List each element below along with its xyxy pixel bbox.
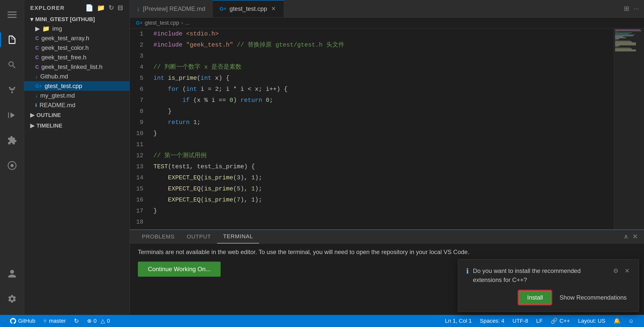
eol-label: LF <box>536 318 543 324</box>
activity-bar-menu[interactable] <box>0 3 24 27</box>
run-debug-icon <box>7 110 17 120</box>
sidebar-item-readme-md[interactable]: ℹ README.md <box>24 100 130 110</box>
c-icon: C <box>35 55 39 60</box>
code-line-12: // 第一个测试用例 <box>153 150 608 161</box>
status-bell[interactable]: 🔔 <box>610 315 624 327</box>
language-label: C++ <box>559 318 570 324</box>
breadcrumb-separator: › <box>181 20 183 26</box>
mini-line <box>615 36 623 37</box>
code-area[interactable]: #include <stdio.h> #include "geek_test.h… <box>147 28 614 229</box>
breadcrumb-path[interactable]: ... <box>185 20 190 26</box>
new-file-button[interactable]: 📄 <box>85 4 94 12</box>
code-line-16: EXPECT_EQ(is_prime(7), 1); <box>153 194 608 206</box>
code-line-14: EXPECT_EQ(is_prime(3), 1); <box>153 172 608 183</box>
activity-bar-explorer[interactable] <box>0 28 24 52</box>
chevron-right-icon: ▶ <box>30 112 34 118</box>
svg-rect-7 <box>8 112 9 118</box>
sidebar-item-github-md[interactable]: ↓ Github.md <box>24 72 130 81</box>
panel-tab-terminal[interactable]: TERMINAL <box>217 230 259 243</box>
mini-line <box>615 30 641 31</box>
sidebar-timeline-section[interactable]: ▶ TIMELINE <box>24 120 130 131</box>
activity-bar-search[interactable] <box>0 53 24 77</box>
status-spaces[interactable]: Spaces: 4 <box>476 315 508 327</box>
md-icon: ↓ <box>35 74 38 79</box>
panel-tab-output[interactable]: OUTPUT <box>181 230 217 243</box>
status-branch[interactable]: ⑂ master <box>39 315 70 327</box>
sidebar-root-folder[interactable]: ▾ MINI_GTEST [GITHUB] <box>24 15 130 24</box>
code-line-1: #include <stdio.h> <box>153 28 608 39</box>
sidebar-item-geek-test-free[interactable]: C geek_test_free.h <box>24 53 130 62</box>
sidebar-item-my-gtest-md[interactable]: ↓ my_gtest.md <box>24 91 130 100</box>
new-folder-button[interactable]: 📁 <box>97 4 105 12</box>
branch-label: master <box>49 318 66 324</box>
code-line-13: TEST(test1, test_is_prime) { <box>153 161 608 172</box>
panel-tabs: PROBLEMS OUTPUT TERMINAL ∧ ✕ <box>130 230 644 243</box>
tab-close-button[interactable]: ✕ <box>270 5 277 13</box>
sidebar-item-geek-test-array[interactable]: C geek_test_array.h <box>24 33 130 43</box>
install-button[interactable]: Install <box>518 291 551 305</box>
panel-maximize-button[interactable]: ∧ <box>624 233 628 240</box>
status-errors[interactable]: ⊗ 0 △ 0 <box>83 315 114 327</box>
sidebar: Explorer 📄 📁 ↻ ⊟ ▾ MINI_GTEST [GITHUB] ▶ <box>24 0 130 315</box>
c-icon: C <box>35 35 39 41</box>
notification-gear-button[interactable]: ⚙ <box>612 266 620 275</box>
activity-bar-remote[interactable] <box>0 153 24 178</box>
sidebar-item-gtest-cpp[interactable]: G+ gtest_test.cpp <box>24 81 130 91</box>
status-encoding[interactable]: UTF-8 <box>508 315 532 327</box>
status-github[interactable]: GitHub <box>6 315 39 327</box>
show-recommendations-button[interactable]: Show Recommendations <box>555 291 631 304</box>
notification-close-button[interactable]: ✕ <box>624 266 631 275</box>
code-line-19: // 第二个测试用例 <box>153 228 608 229</box>
tab-icon: G+ <box>220 6 226 12</box>
encoding-label: UTF-8 <box>512 318 528 324</box>
svg-point-5 <box>14 87 15 88</box>
timeline-label: TIMELINE <box>36 122 62 129</box>
activity-bar-run[interactable] <box>0 103 24 127</box>
panel-tab-terminal-label: TERMINAL <box>223 233 253 240</box>
breadcrumb-filename[interactable]: gtest_test.cpp <box>145 20 179 26</box>
code-line-8: } <box>153 106 608 117</box>
sidebar-outline-section[interactable]: ▶ OUTLINE <box>24 110 130 120</box>
activity-bar-settings[interactable] <box>0 287 24 311</box>
activity-bar-extensions[interactable] <box>0 128 24 152</box>
code-line-6: for (int i = 2; i * i < x; i++) { <box>153 84 608 95</box>
activity-bar-bottom <box>0 262 24 315</box>
refresh-button[interactable]: ↻ <box>108 4 114 12</box>
activity-bar-source-control[interactable] <box>0 78 24 102</box>
svg-point-4 <box>9 87 10 88</box>
status-eol[interactable]: LF <box>532 315 547 327</box>
continue-working-button[interactable]: Continue Working On... <box>138 262 221 277</box>
mini-line <box>615 37 626 38</box>
info-icon: ℹ <box>35 102 37 108</box>
sidebar-item-img[interactable]: ▶ 📁 img <box>24 24 130 33</box>
mini-line <box>615 31 618 32</box>
status-layout[interactable]: Layout: US <box>574 315 610 327</box>
status-language[interactable]: 🔗 C++ <box>547 315 574 327</box>
sidebar-item-geek-test-linked-list[interactable]: C geek_test_linked_list.h <box>24 62 130 72</box>
code-line-11 <box>153 139 608 150</box>
panel-close-button[interactable]: ✕ <box>632 233 638 240</box>
activity-bar <box>0 0 24 315</box>
mini-line <box>615 50 636 50</box>
tab-gtest-cpp[interactable]: G+ gtest_test.cpp ✕ <box>213 0 284 17</box>
editor-content[interactable]: 1 2 3 4 5 6 7 8 9 10 11 12 13 14 <box>130 28 644 229</box>
status-position[interactable]: Ln 1, Col 1 <box>441 315 476 327</box>
status-feedback[interactable]: ☺ <box>624 315 638 327</box>
split-editor-icon[interactable]: ⊞ <box>624 5 629 13</box>
mini-line <box>615 39 617 40</box>
mini-line <box>615 35 633 36</box>
status-sync[interactable]: ↻ <box>70 315 83 327</box>
warning-icon: △ <box>101 318 105 324</box>
activity-bar-account[interactable] <box>0 262 24 286</box>
svg-point-9 <box>10 164 14 167</box>
collapse-button[interactable]: ⊟ <box>117 4 124 12</box>
outline-label: OUTLINE <box>36 112 61 118</box>
sidebar-header: Explorer 📄 📁 ↻ ⊟ <box>24 0 130 14</box>
c-icon: C <box>35 45 39 51</box>
explorer-icon <box>7 35 17 45</box>
more-actions-icon[interactable]: ··· <box>633 5 639 13</box>
sidebar-item-geek-test-color[interactable]: C geek_test_color.h <box>24 43 130 53</box>
panel-tab-problems[interactable]: PROBLEMS <box>136 230 181 243</box>
panel-actions: ∧ ✕ <box>624 233 638 240</box>
tab-preview-readme[interactable]: ↓ [Preview] README.md <box>130 0 213 17</box>
